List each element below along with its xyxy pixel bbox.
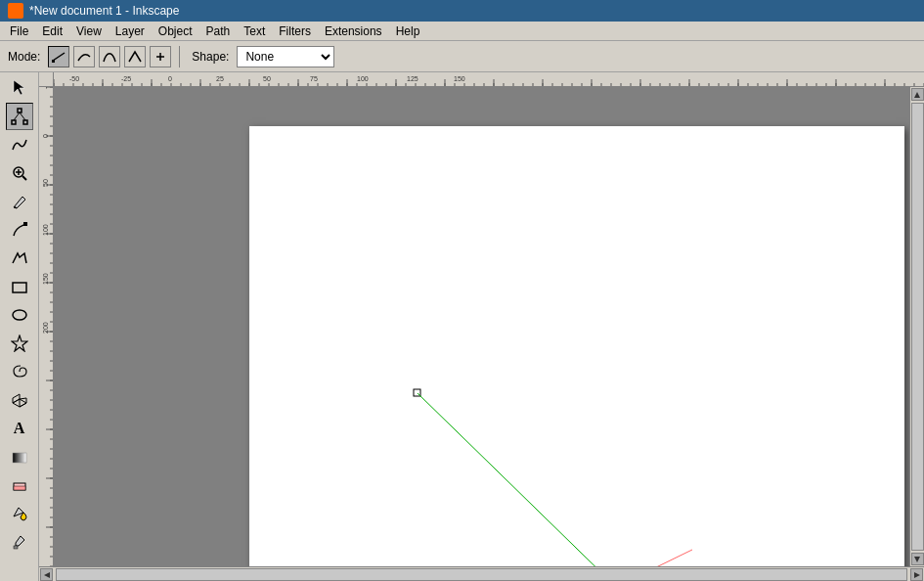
mode-label: Mode:: [4, 50, 44, 64]
scroll-down-btn[interactable]: [911, 553, 924, 565]
menu-file[interactable]: File: [4, 22, 34, 40]
svg-rect-5: [12, 120, 16, 124]
mode-btn-align[interactable]: [150, 46, 171, 67]
svg-marker-29: [914, 557, 920, 562]
svg-rect-6: [23, 120, 27, 124]
svg-marker-28: [914, 92, 920, 98]
svg-line-8: [20, 112, 25, 120]
svg-line-7: [14, 112, 20, 120]
tool-pen[interactable]: [6, 216, 33, 244]
tool-rect[interactable]: [6, 273, 33, 300]
document-page: [249, 126, 904, 566]
right-scrollbar[interactable]: [909, 87, 924, 566]
mode-btn-spiro[interactable]: [73, 46, 95, 67]
tool-spiral[interactable]: [6, 358, 33, 385]
tool-gradient[interactable]: [6, 443, 33, 470]
menubar: File Edit View Layer Object Path Text Fi…: [0, 22, 924, 41]
titlebar: *New document 1 - Inkscape: [0, 0, 924, 22]
tool-zoom[interactable]: [6, 159, 33, 187]
menu-edit[interactable]: Edit: [36, 22, 68, 40]
main-area: A: [0, 72, 924, 581]
app-icon: [8, 3, 23, 19]
menu-view[interactable]: View: [70, 22, 108, 40]
tool-text[interactable]: A: [6, 415, 33, 442]
tool-star[interactable]: [6, 330, 33, 357]
scroll-thumb-v[interactable]: [911, 103, 924, 551]
scroll-up-btn[interactable]: [911, 88, 924, 101]
tool-node[interactable]: [6, 103, 33, 130]
svg-rect-14: [23, 222, 27, 226]
svg-marker-31: [914, 572, 920, 578]
svg-rect-4: [18, 109, 22, 112]
svg-rect-24: [14, 546, 18, 549]
tool-selector[interactable]: [6, 74, 33, 102]
shape-select[interactable]: None Triangle Square Pentagon Hexagon St…: [237, 46, 334, 67]
svg-point-16: [13, 310, 26, 320]
svg-marker-19: [13, 394, 20, 403]
mode-btn-node[interactable]: [124, 46, 146, 67]
ruler-row: [39, 72, 924, 87]
svg-rect-0: [52, 60, 55, 63]
tool-3dbox[interactable]: [6, 386, 33, 414]
tool-paint[interactable]: [6, 500, 33, 527]
toolbar-separator: [179, 46, 180, 67]
left-ruler: [39, 87, 54, 566]
menu-text[interactable]: Text: [238, 22, 271, 40]
mode-btn-bspline[interactable]: [99, 46, 120, 67]
tool-dropper[interactable]: [6, 528, 33, 556]
tool-pencil[interactable]: [6, 188, 33, 215]
menu-extensions[interactable]: Extensions: [319, 22, 388, 40]
titlebar-text: *New document 1 - Inkscape: [29, 4, 179, 18]
scroll-left-btn[interactable]: [40, 568, 53, 581]
menu-filters[interactable]: Filters: [273, 22, 317, 40]
canvas-container: [39, 72, 924, 581]
svg-rect-21: [13, 453, 26, 463]
drawing-area[interactable]: [54, 87, 909, 566]
scroll-right-btn[interactable]: [910, 568, 923, 581]
ruler-top: [54, 72, 924, 87]
mode-btn-straight[interactable]: [48, 46, 69, 67]
svg-rect-23: [14, 486, 25, 490]
svg-marker-30: [44, 572, 50, 578]
ruler-corner: [39, 72, 54, 87]
left-toolbar: A: [0, 72, 39, 581]
tool-circle[interactable]: [6, 301, 33, 329]
svg-marker-17: [12, 335, 27, 351]
menu-layer[interactable]: Layer: [110, 22, 151, 40]
svg-rect-15: [13, 283, 26, 292]
menu-object[interactable]: Object: [153, 22, 198, 40]
svg-line-10: [22, 176, 26, 180]
tool-calligraphy[interactable]: [6, 245, 33, 272]
menu-help[interactable]: Help: [390, 22, 426, 40]
scroll-thumb-h[interactable]: [56, 568, 907, 581]
tool-eraser[interactable]: [6, 471, 33, 499]
shape-label: Shape:: [188, 50, 233, 64]
menu-path[interactable]: Path: [200, 22, 237, 40]
svg-marker-3: [14, 80, 24, 95]
bottom-scrollbar[interactable]: [39, 566, 924, 581]
toolbar: Mode: Shape: None Triangle Square Pentag…: [0, 41, 924, 72]
tool-tweak[interactable]: [6, 131, 33, 158]
